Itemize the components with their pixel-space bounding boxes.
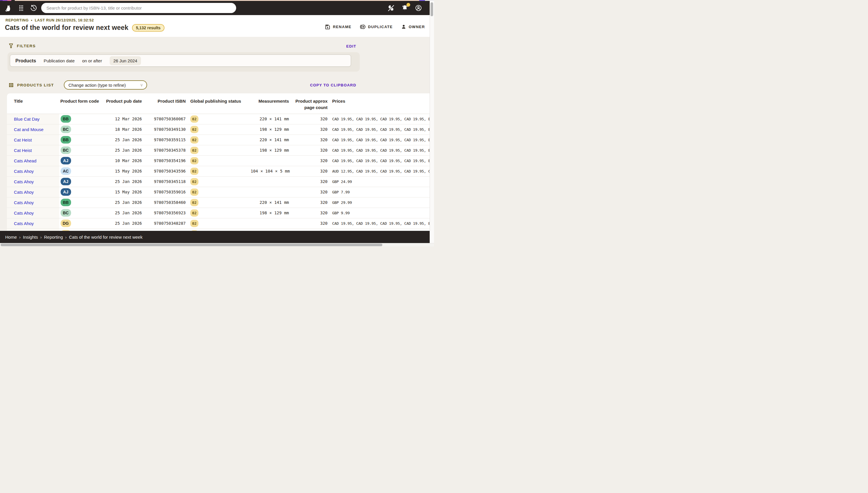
product-title-link[interactable]: Cats Ahoy (14, 221, 34, 226)
product-title-link[interactable]: Cat Heist (14, 148, 32, 153)
table-row: Cats Ahoy DG 25 Jan 2026 9780750348287 0… (7, 218, 430, 229)
product-measurements (248, 176, 291, 187)
product-prices: CAD 19.95, CAD 19.95, CAD 19.95, CAD 19.… (330, 218, 430, 229)
notification-dot (406, 3, 410, 7)
copy-to-clipboard-link[interactable]: COPY TO CLIPBOARD (310, 83, 356, 87)
table-row: Cats Ahoy BB 25 Jan 2026 9780750358460 0… (7, 197, 430, 208)
product-title-link[interactable]: Cats Ahoy (14, 211, 34, 215)
product-form-code-badge: BB (61, 199, 71, 206)
product-pub-date: 25 Jan 2026 (102, 197, 144, 208)
product-title-link[interactable]: Cat Heist (14, 137, 32, 143)
products-list-heading: PRODUCTS LIST (17, 83, 54, 87)
publishing-status-badge: 02 (190, 115, 198, 123)
product-page-count: 320 (291, 176, 330, 187)
theme-toggle-icon[interactable] (387, 4, 395, 12)
product-prices: GBP 7.99 (330, 187, 430, 197)
filter-funnel-icon (8, 43, 14, 48)
product-form-code-badge: AJ (61, 157, 71, 165)
duplicate-label: DUPLICATE (368, 25, 393, 29)
column-header-form-code: Product form code (59, 93, 102, 114)
breadcrumb-item[interactable]: Home (5, 235, 17, 239)
publishing-status-badge: 02 (190, 126, 198, 133)
report-header: REPORTING • LAST RUN 26/12/2025, 16:32:5… (0, 15, 430, 37)
product-title-link[interactable]: Cats Ahoy (14, 169, 34, 174)
product-pub-date: 25 Jan 2026 (102, 134, 144, 145)
bell-icon[interactable] (401, 4, 408, 12)
publishing-status-badge: 02 (190, 147, 198, 154)
edit-filters-link[interactable]: EDIT (346, 44, 356, 48)
product-isbn: 9780750356923 (144, 208, 188, 218)
product-isbn: 9780750358460 (144, 197, 188, 208)
product-page-count: 320 (291, 134, 330, 145)
products-table-card: Title Product form code Product pub date… (7, 93, 430, 246)
product-prices: CAD 19.95, CAD 19.95, CAD 19.95, CAD 19.… (330, 124, 430, 134)
product-measurements: 220 × 141 mm (248, 114, 291, 124)
publishing-status-badge: 02 (190, 209, 198, 217)
product-title-link[interactable]: Blue Cat Day (14, 116, 39, 122)
product-form-code-badge: BB (61, 136, 71, 144)
product-page-count: 320 (291, 218, 330, 229)
rename-label: RENAME (333, 25, 351, 29)
product-page-count: 320 (291, 114, 330, 124)
breadcrumb: Home›Insights›Reporting›Cats of the worl… (5, 235, 143, 239)
chevron-down-icon: ∨ (140, 83, 143, 87)
account-icon[interactable] (415, 4, 422, 12)
product-title-link[interactable]: Cat and Mouse (14, 127, 43, 132)
owner-label: OWNER (409, 25, 425, 29)
owner-button[interactable]: OWNER (401, 24, 425, 29)
cat-logo-icon[interactable] (5, 4, 13, 13)
column-header-page-count: Product approx page count (291, 93, 330, 114)
breadcrumb-separator: › (40, 235, 42, 239)
publishing-status-badge: 02 (190, 168, 198, 175)
rename-button[interactable]: RENAME (325, 24, 351, 30)
product-form-code-badge: BB (61, 115, 71, 123)
vertical-scrollbar-thumb[interactable] (430, 2, 433, 16)
change-action-value: Change action (type to refine) (68, 83, 126, 88)
page-title: Cats of the world for review next week (5, 24, 128, 31)
table-row: Cats Ahoy AJ 15 May 2026 9780750359016 0… (7, 187, 430, 197)
duplicate-button[interactable]: DUPLICATE (360, 24, 393, 30)
breadcrumb-separator: › (19, 235, 21, 239)
product-prices: CAD 19.95, CAD 19.95, CAD 19.95, CAD 19.… (330, 114, 430, 124)
kicker-separator: • (31, 18, 33, 22)
save-icon (325, 24, 331, 30)
product-page-count: 320 (291, 197, 330, 208)
product-measurements (248, 187, 291, 197)
product-form-code-badge: AJ (61, 188, 71, 196)
product-page-count: 320 (291, 208, 330, 218)
product-title-link[interactable]: Cats Ahoy (14, 200, 34, 205)
table-row: Cats Ahoy AJ 25 Jan 2026 9780750345118 0… (7, 176, 430, 187)
product-form-code-badge: BC (61, 126, 71, 133)
product-page-count: 320 (291, 187, 330, 197)
breadcrumb-item[interactable]: Insights (23, 235, 38, 239)
change-action-select[interactable]: Change action (type to refine) ∨ (64, 80, 147, 90)
report-kicker: REPORTING • LAST RUN 26/12/2025, 16:32:5… (5, 18, 430, 22)
product-isbn: 9780750343596 (144, 166, 188, 176)
product-isbn: 9780750359115 (144, 134, 188, 145)
product-title-link[interactable]: Cats Ahead (14, 158, 37, 163)
table-row: Cats Ahead AJ 10 Mar 2026 9780750354196 … (7, 155, 430, 166)
product-title-link[interactable]: Cats Ahoy (14, 190, 34, 195)
horizontal-scrollbar-thumb[interactable] (1, 243, 382, 246)
breadcrumb-separator: › (65, 235, 67, 239)
product-measurements: 104 × 104 × 5 mm (248, 166, 291, 176)
apps-grid-icon[interactable] (17, 4, 25, 12)
filter-rule[interactable]: Products Publication date on or after 26… (10, 55, 351, 67)
column-header-measurements: Measurements (248, 93, 291, 114)
column-header-prices: Prices (330, 93, 430, 114)
product-title-link[interactable]: Cats Ahoy (14, 179, 34, 184)
product-measurements: 220 × 141 mm (248, 197, 291, 208)
publishing-status-badge: 02 (190, 220, 198, 227)
publishing-status-badge: 02 (190, 189, 198, 196)
product-prices: CAD 19.95, CAD 19.95, CAD 19.95, CAD 19.… (330, 155, 430, 166)
breadcrumb-item[interactable]: Reporting (44, 235, 63, 239)
vertical-scrollbar (430, 1, 434, 243)
results-count-badge: 5,132 results (132, 24, 165, 31)
history-icon[interactable] (29, 4, 38, 12)
product-pub-date: 12 Mar 2026 (102, 114, 144, 124)
column-header-title: Title (7, 93, 59, 114)
table-row: Cat Heist BC 25 Jan 2026 9780750345378 0… (7, 145, 430, 155)
breadcrumb-item[interactable]: Cats of the world for review next week (69, 235, 143, 239)
search-input[interactable] (41, 3, 236, 13)
filter-scope: Products (15, 58, 36, 64)
